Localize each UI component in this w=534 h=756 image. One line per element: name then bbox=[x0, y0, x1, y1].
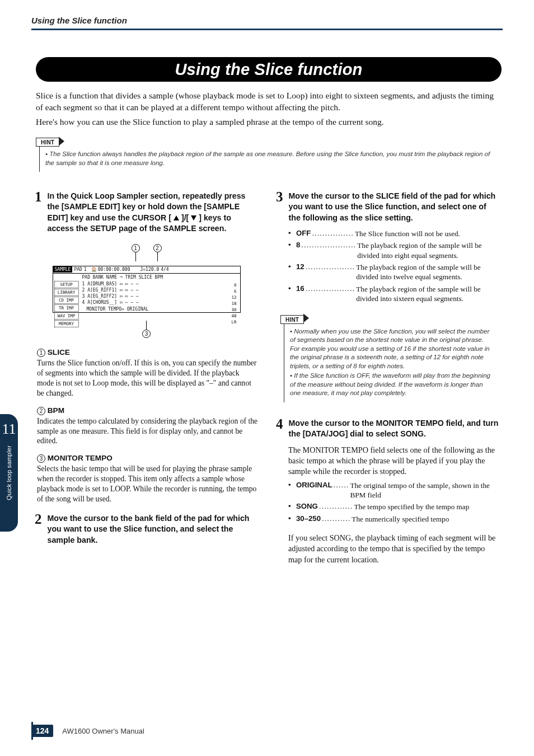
lcd-menu-setup: SETUP bbox=[54, 281, 79, 288]
step-3-heading: Move the cursor to the SLICE field of th… bbox=[289, 191, 500, 223]
leader-line-2 bbox=[157, 252, 158, 261]
opt-off-dots: ................ bbox=[311, 229, 355, 238]
intro-paragraph-1: Slice is a function that divides a sampl… bbox=[36, 90, 499, 114]
hint-text-2b: If the Slice function is OFF, the wavefo… bbox=[290, 372, 494, 398]
step-4-options: •ORIGINAL......The original tempo of the… bbox=[288, 481, 499, 524]
lcd-menu: SETUP LIBRARY CD IMP TR IMP WAV IMP MEMO… bbox=[54, 281, 79, 328]
opt-off-body: The Slice function will not be used. bbox=[355, 229, 499, 238]
opt-range-dots: ........... bbox=[321, 514, 352, 524]
leader-line-1 bbox=[135, 252, 136, 261]
lcd-title: SAMPLE bbox=[53, 266, 73, 273]
callout-2b: 2 bbox=[37, 407, 45, 415]
lcd-timesig: 4/4 bbox=[161, 267, 168, 272]
lcd-monitor-tempo: MONITOR TEMPO= ORIGINAL bbox=[87, 307, 149, 312]
opt-8-body: The playback region of the sample will b… bbox=[357, 241, 499, 260]
lcd-menu-wavimp: WAV IMP bbox=[54, 312, 79, 320]
lcd-col-head: PAD BANK NAME ¬ TRIM SLICE BPM bbox=[82, 274, 239, 280]
callout-3: 3 bbox=[142, 330, 151, 338]
step-3: 3 Move the cursor to the SLICE field of … bbox=[276, 191, 499, 223]
lcd-row-3: 3 A[EG_RIFF2] ▭ ▭ – – bbox=[82, 293, 239, 299]
lcd-menu-trimp: TR IMP bbox=[54, 304, 79, 312]
opt-12-dots: ................... bbox=[305, 262, 357, 282]
opt-song-dots: ............. bbox=[318, 502, 354, 511]
side-tab-number: 11 bbox=[2, 421, 16, 438]
feature-monitor-tempo: 3 MONITOR TEMPO Selects the basic tempo … bbox=[37, 454, 258, 504]
right-column: 3 Move the cursor to the SLICE field of … bbox=[276, 191, 499, 565]
callout-3b: 3 bbox=[37, 454, 45, 463]
opt-original-dots: ...... bbox=[332, 481, 350, 500]
feature-slice-label: SLICE bbox=[48, 348, 70, 356]
callout-1: 1 bbox=[132, 244, 140, 252]
opt-off-key: OFF bbox=[296, 229, 311, 238]
step-2-number: 2 bbox=[35, 512, 42, 544]
cursor-down-icon bbox=[191, 215, 196, 220]
opt-8-dots: ..................... bbox=[300, 241, 357, 260]
opt-16-key: 16 bbox=[296, 284, 305, 304]
lcd-meter: 0 6 12 18 30 48 LR bbox=[231, 282, 236, 325]
lcd-counter: 00:00:00.000 bbox=[98, 267, 130, 272]
feature-bpm-body: Indicates the tempo calculated by consid… bbox=[37, 416, 258, 447]
page-number: 124 bbox=[31, 725, 53, 737]
side-tab: 11 Quick loop sampler bbox=[0, 414, 18, 532]
feature-slice: 1 SLICE Turns the Slice function on/off.… bbox=[37, 348, 258, 398]
step-2: 2 Move the cursor to the bank field of t… bbox=[35, 513, 258, 546]
lcd-pad-num: 1 bbox=[84, 267, 87, 272]
hint-label-2: HINT bbox=[280, 315, 304, 324]
hint-label: HINT bbox=[36, 138, 59, 147]
lcd-menu-cdimp: CD IMP bbox=[54, 297, 79, 304]
opt-song-body: The tempo specified by the tempo map bbox=[354, 502, 499, 511]
page-footer: 124 AW1600 Owner's Manual bbox=[31, 725, 144, 737]
intro-paragraph-2: Here's how you can use the Slice functio… bbox=[36, 116, 499, 128]
lcd-screenshot: SAMPLE PAD 1 🏠 00:00:00.000 J=120.0 4/4 … bbox=[53, 266, 241, 313]
footer-text: AW1600 Owner's Manual bbox=[62, 727, 144, 735]
lcd-tempo: J=120.0 bbox=[140, 267, 159, 272]
lcd-menu-library: LIBRARY bbox=[54, 289, 79, 296]
step-1-number: 1 bbox=[35, 190, 42, 233]
opt-song-key: SONG bbox=[296, 502, 318, 511]
lcd-pad-label: PAD bbox=[72, 267, 83, 272]
chapter-header: Using the Slice function bbox=[31, 16, 503, 27]
opt-range-key: 30–250 bbox=[296, 514, 321, 524]
callout-2: 2 bbox=[153, 244, 162, 252]
hint-arrow-icon bbox=[59, 137, 64, 145]
feature-monitor-tempo-label: MONITOR TEMPO bbox=[48, 454, 113, 462]
opt-range-body: The numerically specified tempo bbox=[352, 514, 499, 524]
side-tab-text: Quick loop sampler bbox=[6, 445, 12, 500]
hint-text-1: The Slice function always handles the pl… bbox=[45, 150, 497, 167]
feature-monitor-tempo-body: Selects the basic tempo that will be use… bbox=[37, 464, 258, 504]
step-3-options: •OFF................The Slice function w… bbox=[288, 229, 499, 304]
feature-slice-body: Turns the Slice function on/off. If this… bbox=[37, 358, 258, 398]
step-1-heading: In the Quick Loop Sampler section, repea… bbox=[48, 191, 259, 234]
step-4: 4 Move the cursor to the MONITOR TEMPO f… bbox=[276, 418, 499, 439]
step-1-text-b: ]/[ bbox=[181, 213, 189, 222]
hint-text-2a: Normally when you use the Slice function… bbox=[290, 327, 494, 371]
opt-original-key: ORIGINAL bbox=[296, 481, 332, 500]
callout-1b: 1 bbox=[37, 349, 45, 357]
opt-12-body: The playback region of the sample will b… bbox=[356, 262, 499, 282]
opt-12-key: 12 bbox=[296, 262, 305, 282]
opt-16-dots: ................... bbox=[305, 284, 357, 304]
cursor-up-icon bbox=[174, 215, 179, 220]
lcd-row-2: 2 A[EG_RIFF1] ▭ ▭ – – bbox=[82, 287, 239, 293]
lcd-row-1: 1 A[DRUM_BAS] ▭ ▭ – – bbox=[82, 281, 239, 287]
opt-16-body: The playback region of the sample will b… bbox=[356, 284, 499, 304]
hint-arrow-icon-2 bbox=[303, 314, 309, 323]
feature-bpm: 2 BPM Indicates the tempo calculated by … bbox=[37, 406, 258, 447]
step-4-number: 4 bbox=[276, 417, 283, 438]
title-banner: Using the Slice function bbox=[36, 57, 502, 82]
opt-original-body: The original tempo of the sample, shown … bbox=[350, 481, 499, 500]
lcd-row-4: 4 A[CHORUS__] ▭ – – – bbox=[82, 299, 239, 306]
step-2-heading: Move the cursor to the bank field of the… bbox=[48, 513, 259, 546]
step-1: 1 In the Quick Loop Sampler section, rep… bbox=[35, 191, 258, 234]
header-rule bbox=[31, 29, 503, 30]
feature-bpm-label: BPM bbox=[48, 406, 64, 415]
lcd-menu-memory: MEMORY bbox=[54, 320, 79, 327]
left-column: 1 In the Quick Loop Sampler section, rep… bbox=[35, 191, 258, 565]
opt-8-key: 8 bbox=[296, 241, 300, 260]
hint-block-mid: HINT Normally when you use the Slice fun… bbox=[280, 314, 499, 402]
step-4-outro: If you select SONG, the playback timing … bbox=[288, 533, 499, 565]
step-4-heading: Move the cursor to the MONITOR TEMPO fie… bbox=[289, 418, 500, 439]
hint-block-top: HINT The Slice function always handles t… bbox=[36, 137, 503, 172]
leader-line-3 bbox=[146, 321, 147, 330]
screenshot-figure: 1 2 SAMPLE PAD 1 🏠 00:00:00.000 J=120.0 … bbox=[35, 244, 258, 338]
